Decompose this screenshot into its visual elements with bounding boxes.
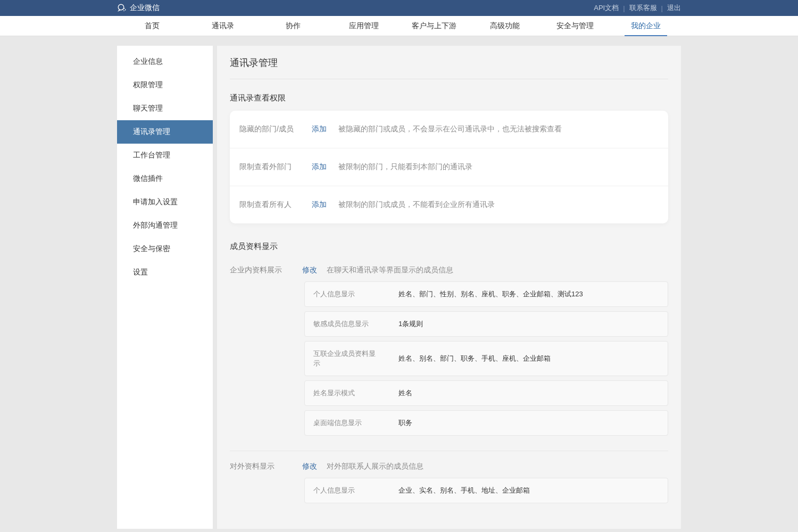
add-permission-button[interactable]: 添加 — [312, 124, 327, 134]
info-box-label: 桌面端信息显示 — [313, 418, 377, 428]
page-title: 通讯录管理 — [230, 56, 668, 79]
info-box-label: 个人信息显示 — [313, 486, 377, 495]
permission-row: 限制查看所有人添加被限制的部门或成员，不能看到企业所有通讯录 — [230, 186, 668, 223]
permission-desc: 被限制的部门或成员，不能看到企业所有通讯录 — [338, 200, 495, 210]
permission-row: 限制查看外部门添加被限制的部门，只能看到本部门的通讯录 — [230, 148, 668, 186]
main-nav: 首页通讯录协作应用管理客户与上下游高级功能安全与管理我的企业 — [0, 16, 798, 36]
sidebar-item-2[interactable]: 聊天管理 — [117, 97, 213, 120]
info-box-label: 姓名显示模式 — [313, 388, 377, 398]
external-profile-label: 对外资料显示 — [230, 462, 294, 471]
info-box: 个人信息显示姓名、部门、性别、别名、座机、职务、企业邮箱、测试123 — [304, 281, 668, 307]
sidebar-item-1[interactable]: 权限管理 — [117, 73, 213, 97]
add-permission-button[interactable]: 添加 — [312, 162, 327, 172]
brand-name: 企业微信 — [130, 3, 160, 13]
permission-label: 隐藏的部门/成员 — [239, 124, 303, 134]
sidebar-item-3[interactable]: 通讯录管理 — [117, 120, 213, 144]
info-box-label: 敏感成员信息显示 — [313, 319, 377, 329]
member-section-title: 成员资料显示 — [230, 242, 668, 252]
nav-item-4[interactable]: 客户与上下游 — [399, 16, 470, 36]
sidebar-item-6[interactable]: 申请加入设置 — [117, 190, 213, 214]
nav-item-1[interactable]: 通讯录 — [188, 16, 259, 36]
top-links: API文档 | 联系客服 | 退出 — [594, 3, 681, 13]
edit-internal-button[interactable]: 修改 — [302, 265, 317, 275]
nav-item-6[interactable]: 安全与管理 — [540, 16, 611, 36]
sidebar-item-9[interactable]: 设置 — [117, 261, 213, 284]
info-box: 敏感成员信息显示1条规则 — [304, 311, 668, 337]
internal-profile-desc: 在聊天和通讯录等界面显示的成员信息 — [327, 265, 453, 275]
info-box: 姓名显示模式姓名 — [304, 380, 668, 406]
main-content: 通讯录管理 通讯录查看权限 隐藏的部门/成员添加被隐藏的部门或成员，不会显示在公… — [217, 46, 681, 529]
nav-item-5[interactable]: 高级功能 — [470, 16, 541, 36]
info-box: 互联企业成员资料显示姓名、别名、部门、职务、手机、座机、企业邮箱 — [304, 341, 668, 376]
divider — [230, 451, 668, 451]
permission-row: 隐藏的部门/成员添加被隐藏的部门或成员，不会显示在公司通讯录中，也无法被搜索查看 — [230, 111, 668, 148]
internal-profile-section: 企业内资料展示 修改 在聊天和通讯录等界面显示的成员信息 个人信息显示姓名、部门… — [230, 265, 668, 436]
brand-area: 企业微信 — [117, 3, 160, 13]
info-box-value: 姓名、部门、性别、别名、座机、职务、企业邮箱、测试123 — [398, 289, 583, 299]
sidebar-item-0[interactable]: 企业信息 — [117, 50, 213, 73]
info-box-value: 姓名、别名、部门、职务、手机、座机、企业邮箱 — [398, 354, 551, 363]
permission-label: 限制查看外部门 — [239, 162, 303, 172]
add-permission-button[interactable]: 添加 — [312, 200, 327, 210]
nav-item-0[interactable]: 首页 — [117, 16, 188, 36]
sidebar-item-4[interactable]: 工作台管理 — [117, 144, 213, 167]
nav-item-3[interactable]: 应用管理 — [329, 16, 400, 36]
permission-section-title: 通讯录查看权限 — [230, 93, 668, 103]
info-box: 个人信息显示企业、实名、别名、手机、地址、企业邮箱 — [304, 478, 668, 503]
permission-label: 限制查看所有人 — [239, 200, 303, 210]
separator: | — [619, 4, 629, 12]
sidebar-item-7[interactable]: 外部沟通管理 — [117, 214, 213, 237]
sidebar-item-8[interactable]: 安全与保密 — [117, 237, 213, 261]
separator: | — [657, 4, 667, 12]
nav-item-2[interactable]: 协作 — [258, 16, 329, 36]
topbar: 企业微信 API文档 | 联系客服 | 退出 — [0, 0, 798, 16]
permission-card: 隐藏的部门/成员添加被隐藏的部门或成员，不会显示在公司通讯录中，也无法被搜索查看… — [230, 111, 668, 223]
logout-link[interactable]: 退出 — [667, 3, 681, 13]
internal-profile-label: 企业内资料展示 — [230, 265, 294, 275]
info-box: 桌面端信息显示职务 — [304, 410, 668, 436]
info-box-value: 职务 — [398, 418, 412, 428]
support-link[interactable]: 联系客服 — [629, 3, 657, 13]
edit-external-button[interactable]: 修改 — [302, 462, 317, 471]
permission-desc: 被限制的部门，只能看到本部门的通讯录 — [338, 162, 472, 172]
external-profile-desc: 对外部联系人展示的成员信息 — [327, 462, 423, 471]
sidebar: 企业信息权限管理聊天管理通讯录管理工作台管理微信插件申请加入设置外部沟通管理安全… — [117, 46, 213, 529]
info-box-value: 姓名 — [398, 388, 412, 398]
info-box-value: 企业、实名、别名、手机、地址、企业邮箱 — [398, 486, 530, 495]
permission-desc: 被隐藏的部门或成员，不会显示在公司通讯录中，也无法被搜索查看 — [338, 124, 562, 134]
api-doc-link[interactable]: API文档 — [594, 3, 619, 13]
info-box-label: 互联企业成员资料显示 — [313, 349, 377, 368]
nav-item-7[interactable]: 我的企业 — [611, 16, 681, 36]
sidebar-item-5[interactable]: 微信插件 — [117, 167, 213, 190]
info-box-label: 个人信息显示 — [313, 289, 377, 299]
wechat-work-logo-icon — [117, 3, 127, 13]
external-profile-section: 对外资料显示 修改 对外部联系人展示的成员信息 个人信息显示企业、实名、别名、手… — [230, 462, 668, 503]
info-box-value: 1条规则 — [398, 319, 423, 329]
